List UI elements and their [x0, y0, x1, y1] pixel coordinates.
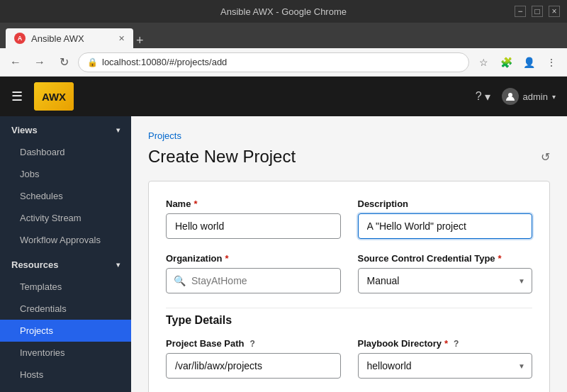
new-tab-button[interactable]: +	[136, 33, 144, 48]
source-control-field-group: Source Control Credential Type * Manual …	[358, 253, 533, 293]
project-base-path-help-icon[interactable]: ?	[250, 339, 255, 349]
close-tab-button[interactable]: ✕	[118, 34, 125, 43]
tab-label: Ansible AWX	[31, 33, 84, 44]
sidebar-item-jobs[interactable]: Jobs	[0, 163, 131, 185]
help-button[interactable]: ? ▾	[476, 90, 490, 103]
form-row-path-playbook: Project Base Path ? Playbook Directory *…	[166, 338, 532, 379]
user-menu[interactable]: admin ▾	[502, 88, 556, 105]
playbook-dir-select-wrapper: helloworld	[358, 353, 533, 379]
views-chevron-icon: ▾	[116, 126, 120, 134]
type-details-title: Type Details	[166, 308, 532, 327]
project-base-path-input[interactable]	[166, 353, 341, 379]
profile-button[interactable]: 👤	[519, 52, 539, 72]
project-base-path-group: Project Base Path ?	[166, 338, 341, 379]
favicon: A	[14, 33, 26, 44]
source-control-select-wrapper: Manual Git Subversion Insights Remote Ar…	[358, 268, 533, 293]
page-title: Create New Project ↺	[148, 147, 550, 167]
organization-label: Organization *	[166, 253, 341, 264]
extensions-button[interactable]: 🧩	[496, 52, 516, 72]
tab-bar: A Ansible AWX ✕ +	[0, 23, 567, 48]
playbook-dir-required-star: *	[444, 338, 448, 349]
sidebar-item-inventories[interactable]: Inventories	[0, 342, 131, 364]
sidebar-item-dashboard[interactable]: Dashboard	[0, 141, 131, 163]
organization-input[interactable]	[191, 275, 333, 286]
sidebar-item-credentials[interactable]: Credentials	[0, 298, 131, 320]
main-panel: Projects Create New Project ↺ Name *	[131, 116, 567, 392]
help-icon: ?	[476, 90, 482, 103]
sidebar-item-templates[interactable]: Templates	[0, 276, 131, 298]
playbook-dir-help-icon[interactable]: ?	[454, 339, 459, 349]
app-logo[interactable]: AWX	[34, 82, 74, 111]
project-base-path-label: Project Base Path ?	[166, 338, 341, 349]
source-control-label: Source Control Credential Type *	[358, 253, 533, 264]
active-tab[interactable]: A Ansible AWX ✕	[6, 28, 133, 48]
sidebar-resources-label: Resources	[11, 259, 58, 270]
org-required-star: *	[225, 253, 228, 264]
org-search-icon: 🔍	[174, 275, 186, 286]
form-card: Name * Description	[148, 181, 550, 392]
description-input[interactable]	[358, 213, 533, 239]
star-button[interactable]: ☆	[473, 52, 493, 72]
sidebar-resources-section[interactable]: Resources ▾	[0, 251, 131, 276]
organization-field-group: Organization * 🔍	[166, 253, 341, 293]
sidebar-item-schedules[interactable]: Schedules	[0, 185, 131, 207]
app-header: ☰ AWX ? ▾ admin ▾	[0, 77, 567, 116]
playbook-dir-select[interactable]: helloworld	[358, 353, 533, 379]
name-required-star: *	[193, 198, 197, 209]
user-avatar	[502, 88, 519, 105]
refresh-button[interactable]: ↻	[54, 52, 74, 72]
url-text: localhost:10080/#/projects/add	[102, 57, 227, 67]
lock-icon: 🔒	[87, 57, 98, 67]
sidebar-item-hosts[interactable]: Hosts	[0, 364, 131, 386]
name-input[interactable]	[166, 213, 341, 239]
close-button[interactable]: ×	[549, 6, 560, 17]
sidebar-item-projects[interactable]: Projects	[0, 320, 131, 342]
logo-text: AWX	[42, 91, 66, 103]
help-chevron-icon: ▾	[485, 90, 490, 103]
description-label: Description	[358, 198, 533, 209]
breadcrumb[interactable]: Projects	[148, 130, 550, 141]
maximize-button[interactable]: □	[532, 6, 543, 17]
sidebar-item-activity-stream[interactable]: Activity Stream	[0, 207, 131, 229]
sidebar-access-section[interactable]: Access ▾	[0, 386, 131, 392]
sidebar-views-label: Views	[11, 125, 38, 135]
playbook-dir-group: Playbook Directory * ? helloworld	[358, 338, 533, 379]
browser-nav: ← → ↻ 🔒 localhost:10080/#/projects/add ☆…	[0, 48, 567, 77]
description-field-group: Description	[358, 198, 533, 239]
name-field-group: Name *	[166, 198, 341, 239]
source-control-select[interactable]: Manual Git Subversion Insights Remote Ar…	[358, 268, 533, 293]
resources-chevron-icon: ▾	[116, 261, 120, 269]
user-chevron-icon: ▾	[552, 93, 556, 101]
sidebar: Views ▾ Dashboard Jobs Schedules Activit…	[0, 116, 131, 392]
hamburger-menu-icon[interactable]: ☰	[11, 89, 23, 104]
browser-title: Ansible AWX - Google Chrome	[220, 6, 347, 17]
address-bar[interactable]: 🔒 localhost:10080/#/projects/add	[78, 52, 469, 72]
form-row-org-scct: Organization * 🔍 Source Control Credenti…	[166, 253, 532, 293]
sidebar-item-workflow-approvals[interactable]: Workflow Approvals	[0, 229, 131, 251]
menu-button[interactable]: ⋮	[541, 52, 561, 72]
form-row-name-desc: Name * Description	[166, 198, 532, 239]
reset-icon[interactable]: ↺	[541, 150, 550, 164]
browser-titlebar: Ansible AWX - Google Chrome − □ ×	[0, 0, 567, 23]
back-button[interactable]: ←	[6, 52, 26, 72]
forward-button[interactable]: →	[30, 52, 50, 72]
scct-required-star: *	[498, 253, 502, 264]
username-label: admin	[523, 91, 548, 102]
minimize-button[interactable]: −	[515, 6, 526, 17]
organization-search-wrapper[interactable]: 🔍	[166, 268, 341, 293]
sidebar-views-section[interactable]: Views ▾	[0, 116, 131, 141]
name-label: Name *	[166, 198, 341, 209]
playbook-dir-label: Playbook Directory * ?	[358, 338, 533, 349]
